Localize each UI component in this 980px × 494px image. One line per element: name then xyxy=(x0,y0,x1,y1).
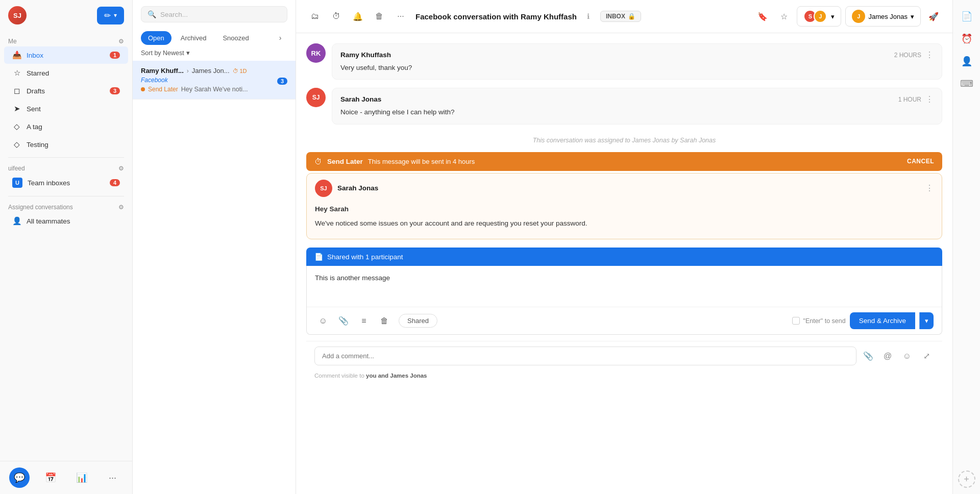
rp-contact-button[interactable]: 👤 xyxy=(957,51,977,71)
star-icon: ☆ xyxy=(780,12,788,21)
compose-button[interactable]: ✏ ▾ xyxy=(97,7,124,24)
comment-input[interactable] xyxy=(314,347,856,365)
delete-draft-button[interactable]: 🗑 xyxy=(376,313,393,329)
send-archive-button[interactable]: Send & Archive xyxy=(850,312,915,329)
team-settings-icon[interactable]: ⚙ xyxy=(118,165,124,172)
more-icon: ··· xyxy=(397,12,404,21)
tab-open[interactable]: Open xyxy=(141,31,172,45)
agent-avatar-sm: J xyxy=(852,10,865,23)
tabs-more-button[interactable]: › xyxy=(273,31,287,45)
archive-button[interactable]: 🗂 xyxy=(306,8,324,25)
timer-button[interactable]: ⏱ xyxy=(328,8,345,25)
sidebar-item-label: Inbox xyxy=(27,52,105,59)
compose-area: This is another message ☺ 📎 ≡ 🗑 xyxy=(306,266,942,335)
emoji-button[interactable]: ☺ xyxy=(315,313,331,329)
send-later-body: We've noticed some issues on your accoun… xyxy=(315,218,934,229)
favorite-button[interactable]: ☆ xyxy=(775,8,793,25)
lock-icon: 🔒 xyxy=(628,13,635,20)
comment-expand-button[interactable]: ⤢ xyxy=(919,349,934,364)
tab-archived[interactable]: Archived xyxy=(174,31,214,45)
rp-clock-button[interactable]: ⏰ xyxy=(957,29,977,49)
message-sender: Sarah Jonas xyxy=(340,95,381,103)
calendar-nav-button[interactable]: 📅 xyxy=(40,467,61,488)
chat-icon: 💬 xyxy=(14,472,25,483)
enter-to-send-label: "Enter" to send xyxy=(803,317,845,325)
agent-selector[interactable]: S J ▾ xyxy=(797,6,841,27)
sidebar-item-drafts[interactable]: ◻ Drafts 3 xyxy=(4,82,128,100)
send-button[interactable]: 🚀 xyxy=(925,8,942,25)
more-icon: ··· xyxy=(109,473,116,483)
shared-pill[interactable]: Shared xyxy=(399,314,437,328)
search-input[interactable] xyxy=(160,11,281,18)
conversation-item[interactable]: Ramy Khuff... › James Jon... ⏱ 1D Facebo… xyxy=(133,61,296,100)
delete-button[interactable]: 🗑 xyxy=(371,8,388,25)
sidebar-item-label: A tag xyxy=(27,123,120,131)
compose-editor[interactable]: This is another message xyxy=(307,266,942,307)
agent-name-button[interactable]: J James Jonas ▾ xyxy=(845,6,921,27)
message-item: RK Ramy Khuffash 2 HOURS ⋮ Very useful, … xyxy=(306,43,942,80)
tab-snoozed[interactable]: Snoozed xyxy=(215,31,256,45)
rp-keyboard-button[interactable]: ⌨ xyxy=(957,73,977,94)
assigned-settings-icon[interactable]: ⚙ xyxy=(118,204,124,211)
agent-name: James Jonas xyxy=(868,13,908,20)
cancel-send-later-button[interactable]: CANCEL xyxy=(907,158,934,165)
comment-bar: 📎 @ ☺ ⤢ xyxy=(306,341,942,370)
sidebar-divider2 xyxy=(8,196,124,196)
sidebar-item-inbox[interactable]: 📥 Inbox 1 xyxy=(4,46,128,64)
search-bar[interactable]: 🔍 xyxy=(141,6,287,22)
conv-preview-text: Hey Sarah We've noti... xyxy=(181,86,248,93)
rp-article-button[interactable]: 📄 xyxy=(957,6,977,27)
timer-icon: ⏱ xyxy=(233,68,238,74)
message-time: 1 HOUR ⋮ xyxy=(898,94,934,104)
sidebar-item-team-inboxes[interactable]: U Team inboxes 4 xyxy=(4,174,128,192)
sidebar-item-sent[interactable]: ➤ Sent xyxy=(4,100,128,117)
contact-icon: 👤 xyxy=(961,56,972,67)
conv-arrow-icon: › xyxy=(187,67,189,75)
sidebar-item-testing[interactable]: ◇ Testing xyxy=(4,136,128,153)
sidebar-item-starred[interactable]: ☆ Starred xyxy=(4,64,128,82)
search-icon: 🔍 xyxy=(148,10,156,18)
settings-icon[interactable]: ⚙ xyxy=(118,38,124,45)
header-actions: 🔖 ☆ S J ▾ J James Jonas ▾ 🚀 xyxy=(754,6,942,27)
agent-avatar-j: J xyxy=(814,10,827,23)
trash-icon: 🗑 xyxy=(375,12,383,21)
comment-emoji-button[interactable]: ☺ xyxy=(899,349,915,364)
bookmark-button[interactable]: 🔖 xyxy=(754,8,771,25)
more-button[interactable]: ··· xyxy=(392,8,409,25)
calendar-icon: 📅 xyxy=(45,472,56,483)
format-button[interactable]: ≡ xyxy=(356,313,372,329)
message-more-icon[interactable]: ⋮ xyxy=(925,94,934,104)
me-section-label: Me ⚙ xyxy=(0,35,132,46)
message-sender: Sarah Jonas xyxy=(337,184,378,192)
conv-tabs: Open Archived Snoozed › xyxy=(133,27,296,45)
more-nav-button[interactable]: ··· xyxy=(103,467,123,488)
send-archive-dropdown-button[interactable]: ▾ xyxy=(919,312,934,329)
article-icon: 📄 xyxy=(961,11,972,22)
right-panel: 📄 ⏰ 👤 ⌨ + xyxy=(952,0,980,494)
assigned-section-label: Assigned conversations ⚙ xyxy=(0,201,132,212)
notifications-button[interactable]: 🔔 xyxy=(349,8,366,25)
message-item: SJ Sarah Jonas 1 HOUR ⋮ Noice - anything… xyxy=(306,88,942,124)
comment-attachment-button[interactable]: 📎 xyxy=(861,349,876,364)
rp-add-button[interactable]: + xyxy=(958,471,975,488)
conv-timer: ⏱ 1D xyxy=(233,68,247,74)
message-time: 2 HOURS ⋮ xyxy=(894,50,934,60)
chat-nav-button[interactable]: 💬 xyxy=(9,467,30,488)
sort-bar[interactable]: Sort by Newest ▾ xyxy=(133,45,296,61)
conv-channel-row: Facebook 3 xyxy=(141,77,287,86)
rocket-icon: 🚀 xyxy=(928,12,939,21)
sidebar-item-a-tag[interactable]: ◇ A tag xyxy=(4,118,128,135)
sender-avatar: SJ xyxy=(315,180,332,197)
stats-nav-button[interactable]: 📊 xyxy=(71,467,92,488)
starred-icon: ☆ xyxy=(12,68,21,78)
conv-from: Ramy Khuff... xyxy=(141,67,184,75)
sidebar-item-all-teammates[interactable]: 👤 All teammates xyxy=(4,212,128,230)
enter-to-send-checkbox[interactable] xyxy=(792,317,800,325)
info-button[interactable]: ℹ xyxy=(582,10,595,23)
comment-mention-button[interactable]: @ xyxy=(880,349,895,364)
message-more-icon[interactable]: ⋮ xyxy=(925,183,934,193)
drafts-icon: ◻ xyxy=(12,86,21,95)
attachment-button[interactable]: 📎 xyxy=(335,313,352,329)
bookmark-icon: 🔖 xyxy=(757,12,768,21)
message-more-icon[interactable]: ⋮ xyxy=(925,50,934,60)
